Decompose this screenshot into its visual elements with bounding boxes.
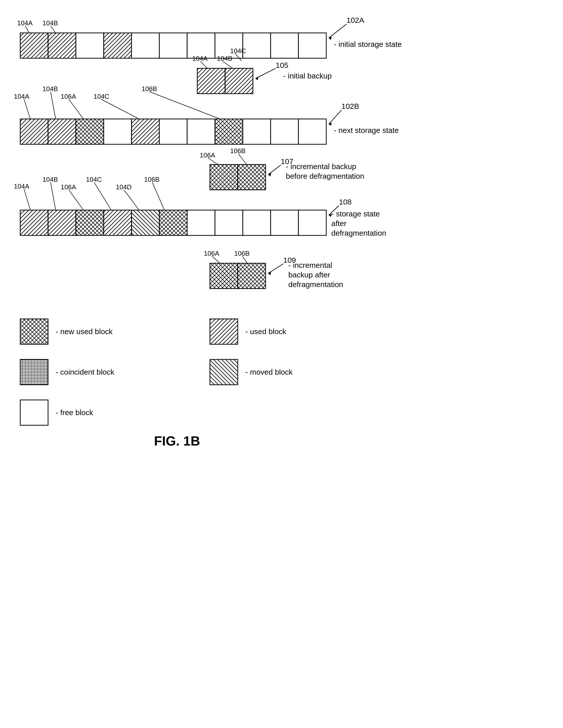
svg-rect-51 [243, 119, 271, 144]
svg-rect-83 [132, 210, 159, 235]
svg-text:104A: 104A [17, 19, 33, 27]
svg-text:106B: 106B [144, 176, 160, 183]
svg-line-115 [268, 264, 283, 273]
svg-line-73 [238, 154, 247, 165]
svg-text:defragmentation: defragmentation [288, 280, 343, 289]
svg-text:- incremental backup: - incremental backup [286, 162, 356, 171]
svg-line-57 [51, 92, 56, 119]
svg-text:- incremental: - incremental [288, 261, 332, 269]
svg-text:defragmentation: defragmentation [331, 229, 386, 237]
svg-text:- next storage state: - next storage state [334, 126, 399, 134]
svg-rect-53 [298, 119, 326, 144]
svg-text:106B: 106B [234, 250, 250, 257]
svg-rect-19 [215, 33, 243, 58]
svg-line-93 [51, 182, 56, 210]
svg-rect-22 [298, 33, 326, 58]
svg-text:102A: 102A [346, 16, 364, 24]
svg-text:106A: 106A [204, 250, 219, 257]
svg-rect-32 [225, 68, 253, 94]
svg-rect-18 [187, 33, 215, 58]
svg-text:104C: 104C [86, 176, 102, 183]
svg-rect-12 [20, 33, 48, 58]
svg-line-34 [200, 61, 208, 68]
svg-text:- storage state: - storage state [331, 210, 380, 218]
svg-text:109: 109 [283, 256, 296, 264]
svg-rect-122 [20, 359, 48, 385]
svg-marker-66 [329, 123, 332, 126]
svg-text:104A: 104A [14, 183, 29, 190]
svg-rect-13 [48, 33, 76, 58]
svg-rect-68 [210, 165, 238, 190]
svg-marker-104 [329, 214, 332, 217]
svg-rect-14 [76, 33, 104, 58]
svg-line-63 [149, 92, 220, 119]
svg-rect-45 [76, 119, 104, 144]
svg-text:- used block: - used block [245, 327, 286, 336]
svg-line-40 [256, 68, 276, 78]
svg-rect-128 [210, 359, 238, 385]
svg-line-59 [69, 99, 84, 119]
svg-text:104A: 104A [192, 55, 208, 62]
svg-rect-86 [215, 210, 243, 235]
svg-rect-43 [20, 119, 48, 144]
svg-line-111 [212, 256, 220, 263]
svg-line-113 [242, 256, 248, 263]
svg-text:- coincident block: - coincident block [56, 368, 115, 376]
svg-line-97 [94, 182, 111, 210]
svg-rect-79 [20, 210, 48, 235]
svg-line-103 [329, 206, 339, 215]
svg-line-30 [51, 26, 56, 33]
svg-rect-31 [197, 68, 225, 94]
svg-text:104D: 104D [116, 183, 132, 191]
svg-text:106A: 106A [200, 151, 215, 159]
svg-rect-108 [210, 263, 238, 289]
svg-rect-17 [159, 33, 187, 58]
svg-text:104C: 104C [230, 47, 246, 55]
svg-text:- initial storage state: - initial storage state [334, 40, 402, 48]
svg-text:after: after [331, 219, 346, 228]
svg-text:107: 107 [281, 157, 293, 166]
svg-text:- new used block: - new used block [56, 327, 113, 336]
svg-rect-46 [104, 119, 132, 144]
svg-text:104B: 104B [43, 176, 58, 183]
svg-text:105: 105 [276, 61, 288, 69]
svg-rect-44 [48, 119, 76, 144]
svg-line-55 [24, 99, 30, 119]
svg-rect-48 [159, 119, 187, 144]
svg-line-28 [25, 26, 29, 33]
svg-text:106A: 106A [61, 93, 76, 100]
svg-line-75 [268, 165, 281, 175]
svg-text:106B: 106B [142, 85, 157, 93]
svg-rect-84 [159, 210, 187, 235]
svg-line-101 [152, 182, 164, 210]
svg-text:106A: 106A [61, 183, 76, 191]
svg-text:- free block: - free block [56, 408, 93, 417]
svg-line-24 [329, 24, 346, 38]
svg-marker-25 [329, 37, 332, 40]
svg-text:104C: 104C [94, 93, 109, 100]
svg-rect-15 [104, 33, 132, 58]
svg-text:104B: 104B [43, 19, 58, 27]
svg-rect-124 [20, 400, 48, 425]
svg-rect-50 [215, 119, 243, 144]
svg-rect-16 [132, 33, 159, 58]
svg-line-38 [235, 54, 242, 61]
svg-marker-76 [268, 173, 271, 176]
svg-text:106B: 106B [230, 147, 246, 155]
svg-rect-21 [271, 33, 298, 58]
svg-text:104A: 104A [14, 93, 29, 100]
svg-line-65 [329, 110, 341, 124]
svg-rect-88 [271, 210, 298, 235]
svg-text:- initial backup: - initial backup [283, 72, 332, 80]
svg-rect-87 [243, 210, 271, 235]
svg-text:backup after: backup after [288, 271, 330, 279]
svg-text:FIG. 1B: FIG. 1B [154, 434, 200, 448]
svg-text:104B: 104B [217, 55, 233, 62]
svg-text:108: 108 [339, 198, 351, 206]
svg-line-95 [69, 190, 84, 210]
svg-rect-126 [210, 319, 238, 344]
svg-marker-41 [256, 77, 259, 80]
svg-rect-80 [48, 210, 76, 235]
svg-rect-81 [76, 210, 104, 235]
svg-rect-82 [104, 210, 132, 235]
